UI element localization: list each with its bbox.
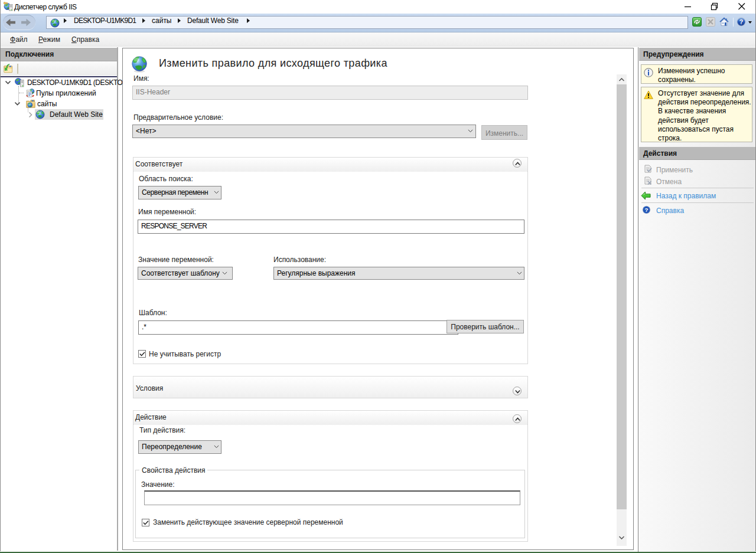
svg-text:?: ? [739,18,743,25]
svg-text:?: ? [644,207,648,213]
